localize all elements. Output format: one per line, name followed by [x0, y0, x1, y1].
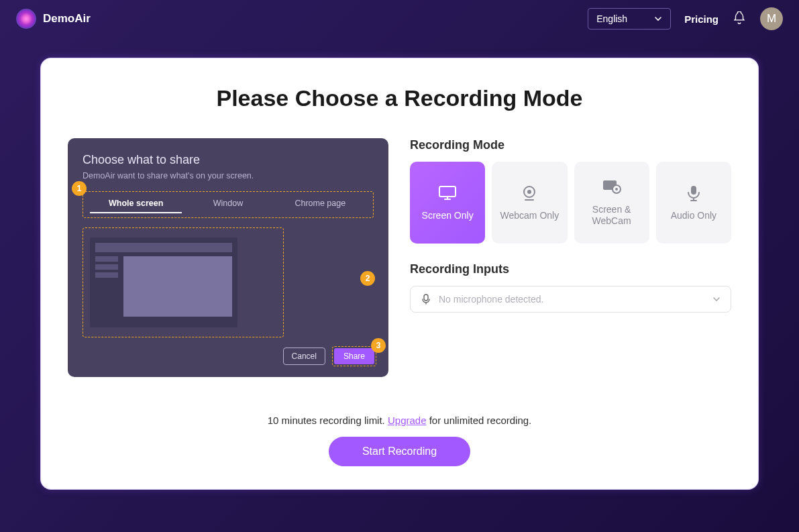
- mini-window-thumbnail: [90, 237, 237, 327]
- monitor-icon: [437, 184, 458, 202]
- webcam-icon: [519, 184, 539, 202]
- screen-preview-box[interactable]: [83, 227, 284, 337]
- recording-inputs-label: Recording Inputs: [410, 262, 731, 276]
- svg-point-5: [615, 188, 618, 191]
- mode-webcam-only[interactable]: Webcam Only: [492, 162, 567, 244]
- svg-rect-6: [691, 186, 696, 195]
- mode-label: Screen Only: [422, 210, 474, 221]
- recording-mode-grid: Screen Only Webcam Only Screen & WebCam: [410, 162, 731, 244]
- step-badge-3: 3: [371, 338, 386, 353]
- main-card: Please Choose a Recording Mode 1 2 3 Cho…: [40, 58, 759, 490]
- page-title: Please Choose a Recording Mode: [68, 85, 731, 111]
- mic-icon: [420, 293, 432, 305]
- mode-label: Audio Only: [671, 210, 716, 221]
- share-title: Choose what to share: [83, 153, 374, 167]
- recording-limit-text: 10 minutes recording limit. Upgrade for …: [68, 415, 731, 426]
- logo-icon: [16, 9, 36, 29]
- microphone-placeholder: No microphone detected.: [439, 294, 705, 305]
- chevron-down-icon: [712, 295, 721, 304]
- brand-logo[interactable]: DemoAir: [16, 9, 91, 29]
- screen-webcam-icon: [602, 178, 622, 196]
- tab-chrome-page[interactable]: Chrome page: [274, 195, 366, 213]
- limit-pre: 10 minutes recording limit.: [268, 415, 388, 426]
- language-value: English: [596, 13, 627, 24]
- recording-mode-label: Recording Mode: [410, 138, 731, 152]
- tab-window[interactable]: Window: [182, 195, 274, 213]
- notification-icon[interactable]: [732, 11, 747, 26]
- mode-screen-only[interactable]: Screen Only: [410, 162, 485, 244]
- avatar[interactable]: M: [760, 7, 783, 30]
- microphone-select[interactable]: No microphone detected.: [410, 286, 731, 313]
- svg-point-2: [527, 190, 531, 194]
- svg-rect-7: [424, 295, 428, 301]
- microphone-icon: [684, 184, 704, 202]
- cancel-button[interactable]: Cancel: [283, 348, 325, 365]
- pricing-link[interactable]: Pricing: [684, 13, 718, 25]
- limit-post: for unlimited recording.: [427, 415, 532, 426]
- mode-label: Webcam Only: [500, 210, 560, 221]
- svg-rect-0: [439, 187, 456, 197]
- step-badge-2: 2: [360, 271, 375, 286]
- footer: 10 minutes recording limit. Upgrade for …: [68, 415, 731, 466]
- tab-whole-screen[interactable]: Whole screen: [90, 195, 182, 213]
- share-tabs: Whole screen Window Chrome page: [83, 191, 374, 218]
- chevron-down-icon: [654, 15, 662, 23]
- start-recording-button[interactable]: Start Recording: [329, 437, 470, 466]
- step-badge-1: 1: [72, 181, 87, 196]
- share-button-highlight: Share: [332, 346, 376, 366]
- language-select[interactable]: English: [588, 8, 671, 30]
- mode-audio-only[interactable]: Audio Only: [656, 162, 731, 244]
- share-preview-panel: 1 2 3 Choose what to share DemoAir want …: [68, 138, 388, 377]
- mode-label: Screen & WebCam: [574, 204, 649, 227]
- brand-name: DemoAir: [43, 12, 91, 25]
- upgrade-link[interactable]: Upgrade: [388, 415, 427, 426]
- app-header: DemoAir English Pricing M: [0, 0, 799, 38]
- share-subtitle: DemoAir want to share what's on your scr…: [83, 171, 374, 180]
- share-button[interactable]: Share: [334, 348, 374, 364]
- mode-screen-webcam[interactable]: Screen & WebCam: [574, 162, 649, 244]
- avatar-initial: M: [767, 12, 776, 25]
